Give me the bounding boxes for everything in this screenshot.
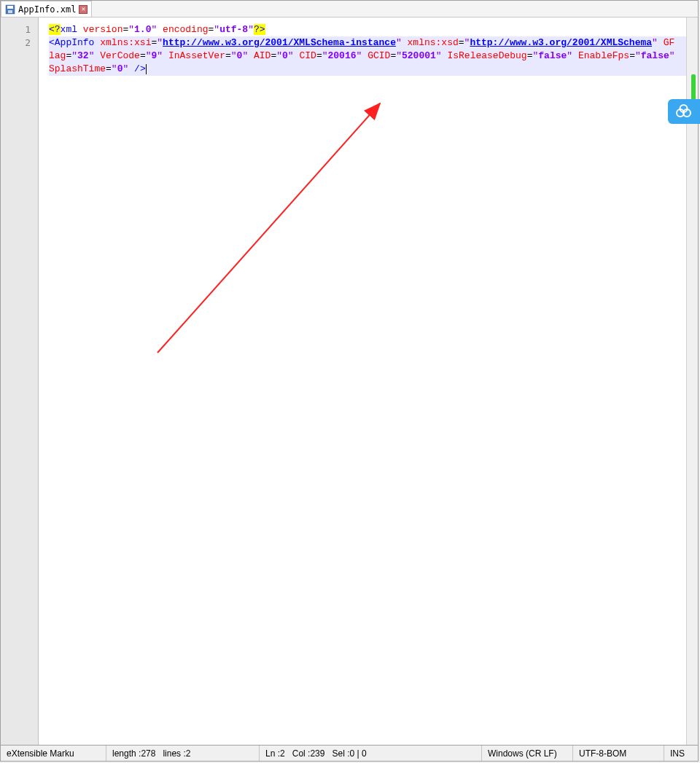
svg-rect-2 <box>8 10 12 13</box>
status-encoding[interactable]: UTF-8-BOM <box>573 746 664 761</box>
status-eol[interactable]: Windows (CR LF) <box>482 746 573 761</box>
close-icon[interactable]: ✕ <box>79 5 88 14</box>
code-content[interactable]: <?xml version="1.0" encoding="utf-8"?> <… <box>39 17 686 745</box>
editor-area[interactable]: 1 2 <?xml version="1.0" encoding="utf-8"… <box>1 17 698 745</box>
file-tab[interactable]: AppInfo.xml ✕ <box>1 1 92 17</box>
line-number: 1 <box>1 23 31 36</box>
status-length-lines: length : 278 lines : 2 <box>106 746 260 761</box>
vertical-scrollbar[interactable] <box>686 17 698 745</box>
save-icon <box>5 4 15 15</box>
status-insert-mode[interactable]: INS <box>664 746 698 761</box>
editor-window: AppInfo.xml ✕ 1 2 <?xml version="1.0" en… <box>0 0 699 762</box>
tab-bar: AppInfo.xml ✕ <box>1 1 698 17</box>
status-bar: eXtensible Marku length : 278 lines : 2 … <box>1 745 698 761</box>
status-language: eXtensible Marku <box>1 746 106 761</box>
tab-filename: AppInfo.xml <box>18 4 76 15</box>
line-number-gutter: 1 2 <box>1 17 39 745</box>
status-cursor-position: Ln : 2 Col : 239 Sel : 0 | 0 <box>260 746 482 761</box>
cloud-widget-icon[interactable] <box>668 99 700 124</box>
line-number: 2 <box>1 36 31 50</box>
text-cursor <box>146 64 147 74</box>
svg-rect-1 <box>7 6 13 9</box>
